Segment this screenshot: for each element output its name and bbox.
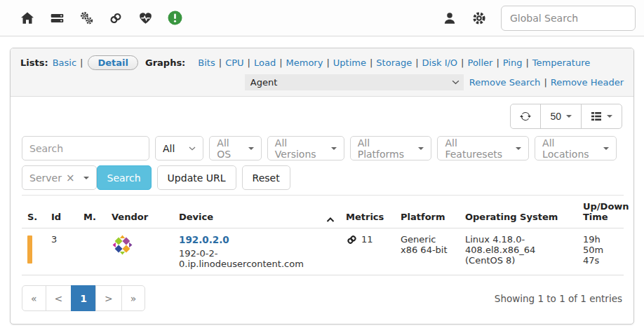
- column-header-metrics[interactable]: Metrics: [340, 196, 395, 228]
- pagination-page-1-button[interactable]: 1: [71, 285, 96, 311]
- management-gears-icon[interactable]: [79, 11, 94, 26]
- separator: |: [248, 57, 250, 68]
- class-filter-chip-label: Server: [29, 172, 62, 184]
- search-button[interactable]: Search: [97, 165, 152, 190]
- monitor-cell: [78, 228, 106, 275]
- agent-row: Agent Remove Search|Remove Header: [20, 74, 624, 90]
- agent-select[interactable]: Agent: [245, 74, 464, 90]
- class-filter-chip[interactable]: Server×: [22, 165, 97, 190]
- table-toolbar: 50: [22, 104, 622, 129]
- graph-link-uptime[interactable]: Uptime: [333, 57, 366, 68]
- graph-link-cpu[interactable]: CPU: [225, 57, 243, 68]
- locations-filter-dropdown[interactable]: All Locations: [535, 136, 617, 160]
- column-header-device[interactable]: Device: [173, 196, 340, 228]
- graph-link-bits[interactable]: Bits: [198, 57, 215, 68]
- column-header-device-label: Device: [179, 212, 213, 222]
- page-size-dropdown[interactable]: 50: [540, 104, 582, 129]
- device-table-row: 3: [22, 228, 624, 275]
- pager: « < 1 > »: [22, 285, 145, 311]
- column-header-monitor[interactable]: M.: [78, 196, 106, 228]
- table-header-row: S. Id M. Vendor Device Metrics Platform …: [22, 196, 624, 228]
- device-list-panel: Lists: Basic | Detail Graphs: Bits| CPU|…: [10, 48, 634, 324]
- device-cell: 192.0.2.0 192-0-2-0.ip.linodeusercontent…: [173, 228, 340, 275]
- settings-gear-icon[interactable]: [471, 11, 487, 26]
- locations-filter-label: All Locations: [542, 137, 598, 160]
- vendor-cell: [106, 228, 173, 275]
- versions-filter-label: All Versions: [275, 137, 326, 160]
- separator: |: [326, 57, 329, 68]
- remove-search-link[interactable]: Remove Search: [469, 77, 541, 88]
- global-search-input[interactable]: [501, 6, 636, 31]
- graph-link-temperature[interactable]: Temperature: [532, 57, 590, 68]
- type-select[interactable]: All: [155, 136, 203, 160]
- graph-link-diskio[interactable]: Disk I/O: [422, 57, 458, 68]
- os-filter-label: All OS: [217, 137, 243, 160]
- console-icon[interactable]: [49, 11, 65, 26]
- link-icon[interactable]: [108, 11, 123, 26]
- columns-list-icon: [591, 111, 602, 121]
- separator: |: [279, 57, 282, 68]
- separator: |: [461, 57, 464, 68]
- reset-button[interactable]: Reset: [242, 165, 290, 190]
- column-header-id[interactable]: Id: [46, 196, 78, 228]
- graphs-label: Graphs:: [145, 57, 185, 68]
- graph-link-poller[interactable]: Poller: [468, 57, 493, 68]
- alert-status-icon[interactable]: [167, 11, 182, 26]
- chevron-down-icon: [452, 80, 459, 85]
- filter-row-1: All All OS All Versions All Platforms Al…: [22, 136, 622, 160]
- pagination-row: « < 1 > » Showing 1 to 1 of 1 entries: [22, 285, 622, 311]
- pagination-prev-button[interactable]: <: [46, 285, 72, 311]
- caret-down-icon: [603, 147, 609, 150]
- home-icon[interactable]: [20, 11, 35, 26]
- sort-ascending-icon: [326, 217, 335, 222]
- os-filter-dropdown[interactable]: All OS: [209, 136, 262, 160]
- os-cell: Linux 4.18.0-408.el8.x86_64 (CentOS 8): [459, 228, 577, 275]
- column-header-updown[interactable]: Up/Down Time: [577, 196, 624, 228]
- refresh-button[interactable]: [510, 104, 541, 129]
- chain-link-icon: [346, 234, 358, 245]
- pagination-last-button[interactable]: »: [121, 285, 146, 311]
- list-view-basic-link[interactable]: Basic: [53, 57, 76, 68]
- separator: |: [80, 57, 83, 68]
- status-cell: [22, 228, 46, 275]
- updown-time-cell: 19h 50m 47s: [577, 228, 624, 275]
- graph-link-load[interactable]: Load: [254, 57, 276, 68]
- graph-link-memory[interactable]: Memory: [286, 57, 323, 68]
- metrics-link[interactable]: 11: [346, 234, 389, 245]
- separator: |: [496, 57, 499, 68]
- column-header-status[interactable]: S.: [22, 196, 46, 228]
- pagination-first-button[interactable]: «: [22, 285, 46, 311]
- user-icon[interactable]: [442, 11, 457, 26]
- id-cell: 3: [46, 228, 78, 275]
- caret-down-icon: [516, 147, 521, 150]
- versions-filter-dropdown[interactable]: All Versions: [267, 136, 344, 160]
- panel-header: Lists: Basic | Detail Graphs: Bits| CPU|…: [11, 48, 633, 97]
- caret-down-icon: [83, 177, 89, 179]
- health-heartbeat-icon[interactable]: [137, 11, 153, 26]
- column-header-platform[interactable]: Platform: [395, 196, 459, 228]
- navbar-right: [442, 6, 636, 31]
- top-navbar: [0, 0, 644, 36]
- column-header-vendor[interactable]: Vendor: [106, 196, 173, 228]
- list-view-detail-button[interactable]: Detail: [88, 55, 138, 70]
- entries-summary: Showing 1 to 1 of 1 entries: [495, 293, 622, 304]
- caret-down-icon: [331, 147, 337, 150]
- refresh-icon: [520, 111, 531, 122]
- chip-remove-icon[interactable]: ×: [66, 172, 75, 184]
- lists-graphs-row: Lists: Basic | Detail Graphs: Bits| CPU|…: [20, 55, 624, 70]
- agent-select-value: Agent: [250, 77, 277, 88]
- device-search-input[interactable]: [22, 136, 149, 160]
- graph-link-storage[interactable]: Storage: [376, 57, 412, 68]
- update-url-button[interactable]: Update URL: [157, 165, 236, 190]
- caret-down-icon: [418, 147, 424, 150]
- pagination-next-button[interactable]: >: [95, 285, 122, 311]
- separator: |: [525, 57, 528, 68]
- graph-link-ping[interactable]: Ping: [503, 57, 523, 68]
- remove-header-link[interactable]: Remove Header: [551, 77, 624, 88]
- columns-dropdown[interactable]: [581, 104, 622, 129]
- device-name-link[interactable]: 192.0.2.0: [179, 234, 229, 245]
- column-header-os[interactable]: Operating System: [459, 196, 577, 228]
- featuresets-filter-dropdown[interactable]: All Featuresets: [437, 136, 529, 160]
- caret-down-icon: [248, 147, 254, 150]
- platforms-filter-dropdown[interactable]: All Platforms: [350, 136, 432, 160]
